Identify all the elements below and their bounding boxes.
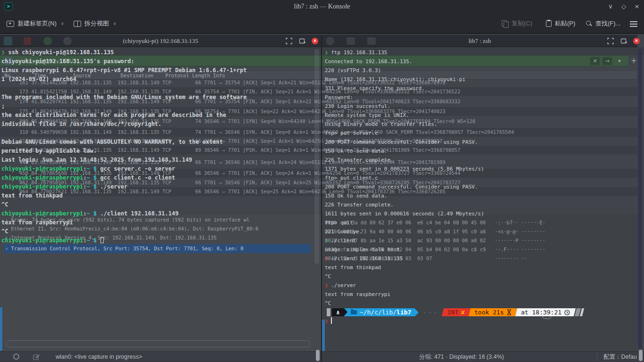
terminal-line: chiyoyuki-pi@raspberrypi:~ $ ./server [1,182,127,191]
pane-title-right: lib7 : zsh [322,35,637,47]
terminal-line: ^C [325,299,331,308]
terminal-line: ❯ ssh chiyoyuki-pi@192.168.31.135 [1,48,114,57]
terminal-line: ❯ [325,317,332,326]
terminal-line: ftp> put server.c [325,129,378,138]
prompt-directory-segment: ~/h/c/lib/ lib7 [344,308,415,316]
paste-icon [546,20,552,27]
split-view-icon [74,21,81,27]
new-tab-pane-icon[interactable] [620,38,627,44]
hourglass-icon [507,309,512,315]
pane-divider[interactable] [321,35,322,362]
cross-icon: ✘ [461,308,465,316]
terminal-line: usage: simplex-talk host [325,245,400,254]
close-pane-icon[interactable]: × [633,38,640,44]
minimize-icon[interactable]: ∨ [606,2,615,11]
terminal-line: text from raspberrypi [325,290,390,299]
terminal-line: chiyoyuki-pi@raspberrypi:~ $ gcc client.… [1,173,175,182]
terminal-line: ftp> put client.c [325,173,378,182]
prompt-dots: ··· [423,309,438,316]
pane-title-left: (chiyoyuki-pi) 192.168.31.135 [0,35,321,47]
terminal-scrollbar[interactable] [638,49,642,349]
terminal-line: ; [1,102,5,111]
window-titlebar: > lib7 : zsh — Konsole ∨ ◇ × [0,0,644,13]
wireshark-statusbar: wlan0: <live capture in progress> 分组: 47… [0,351,644,362]
packet-counts: 分组: 471 · Displayed: 16 (3.4%) [419,352,504,362]
terminal-line: Debian GNU/Linux comes with ABSOLUTELY N… [1,138,223,147]
terminal-line: 200 PORT command successful. Consider us… [325,182,478,191]
capture-status: wlan0: <live capture in progress> [56,352,142,362]
cursor [331,317,332,324]
terminal-line: ^C [325,272,331,281]
terminal-line: ftp> quit [325,218,353,227]
terminal-pane-zsh[interactable]: ∧ ~/h/c/lib/ lib7 ··· INT ✘ took 21s at … [325,47,637,362]
copy-button[interactable]: 复制(C) [499,17,535,30]
powerline-prompt: ∧ ~/h/c/lib/ lib7 ··· INT ✘ took 21s at … [327,308,583,317]
terminal-line: 200 PORT command successful. Consider us… [325,138,478,147]
terminal-line: chiyoyuki-pi@raspberrypi:~ $ ./client 19… [1,209,179,218]
prompt-status-segment: INT ✘ [442,308,471,316]
terminal-line: ❯ ftp 192.168.31.135 [325,48,387,57]
terminal-line: Name (192.168.31.135:chiyoyuki): chiyoyu… [325,75,465,84]
terminal-line: ^C [1,200,8,209]
hamburger-icon [630,21,637,27]
maximize-pane-icon[interactable] [607,38,614,44]
terminal-line: 226 Transfer complete. [325,200,394,209]
terminal-line: chiyoyuki-pi@raspberrypi:~ $ gcc server.… [1,165,175,173]
copy-icon [502,20,508,27]
terminal-line: 220 (vsFTPd 3.0.3) [325,66,381,75]
terminal-line: Password: [325,93,353,102]
terminal-line: 331 Please specify the password. [325,84,425,93]
terminal-line: 150 Ok to send data. [325,191,387,200]
terminal-line: text from thinkpad [1,191,63,200]
terminal-line: ❯ ./server [325,281,356,290]
terminal-line: 1371 bytes sent in 0.000223 seconds (5.8… [325,165,484,173]
paste-button[interactable]: 粘贴(P) [543,17,578,30]
profile-label: 配置：Defau [603,352,637,362]
terminal-line: Remote system type is UNIX. [325,111,409,120]
scrollbar-handle [639,350,643,361]
clock-icon [564,310,570,315]
split-view-button[interactable]: 拆分视图 ∨ [71,17,119,30]
terminal-line: 230 Login successful. [325,102,390,111]
search-icon [586,20,592,27]
hamburger-menu-button[interactable] [627,19,640,29]
close-pane-icon[interactable]: × [312,38,318,44]
prompt-arrow-up: ∧ [332,308,344,316]
terminal-line: The programs included with the Debian GN… [1,93,247,102]
konsole-window: > lib7 : zsh — Konsole ∨ ◇ × 新建标签页(N) ∨ … [0,0,644,362]
terminal-line: 221 Goodbye. [325,227,362,236]
pane-titlebar-right: lib7 : zsh × [322,35,637,47]
maximize-icon[interactable]: ◇ [619,2,628,11]
terminal-line: permitted by applicable law. [1,147,97,156]
terminal-line: Linux raspberrypi 6.6.47+rpt-rpi-v8 #1 S… [1,66,247,75]
new-tab-pane-icon[interactable] [299,38,305,44]
terminal-line: ❯ ./client 192.168.31.135 [325,254,403,263]
maximize-pane-icon[interactable] [286,38,292,44]
prompt-duration-segment: took 21s [469,308,517,316]
window-title: lib7 : zsh — Konsole [0,0,644,13]
terminal-line: text from thinkpad [325,263,381,272]
terminal-line: chiyoyuki-pi@raspberrypi:~ $ [1,236,104,245]
terminal-line: 226 Transfer complete. [325,156,394,165]
terminal-line: text from raspberrypi [1,218,73,227]
terminal-line: 150 Ok to send data. [325,147,387,156]
cursor [100,237,104,243]
find-button[interactable]: 查找(F)... [583,17,623,30]
pencil-icon [33,354,40,360]
chevron-down-icon: ∨ [113,21,116,26]
terminal-line: individual files in /usr/share/doc/*/cop… [1,120,162,129]
terminal-line: Using binary mode to transfer files. [325,120,437,129]
close-icon[interactable]: × [633,2,641,11]
expert-info-icon [13,354,19,360]
terminal-line: ^C [1,227,8,236]
terminal-line: 1611 bytes sent in 0.000616 seconds (2.4… [325,209,484,218]
terminal-line: Last login: Sun Jan 12 18:48:52 2025 fro… [1,156,192,165]
terminal-line: the exact distribution terms for each pr… [1,111,226,120]
folder-icon [351,310,357,314]
toolbar: 新建标签页(N) ∨ 拆分视图 ∨ 复制(C) 粘贴(P) 查找(F)... [0,13,644,34]
chevron-down-icon: ∨ [61,21,64,26]
new-tab-button[interactable]: 新建标签页(N) ∨ [4,17,67,30]
terminal-line: 1 (2024-09-02) aarch64 [1,75,76,84]
pane-titlebar-left: › « » (chiyoyuki-pi) 192.168.31.135 × [0,35,321,47]
terminal-pane-ssh[interactable]: ❯ ssh chiyoyuki-pi@192.168.31.135chiyoyu… [1,47,320,362]
